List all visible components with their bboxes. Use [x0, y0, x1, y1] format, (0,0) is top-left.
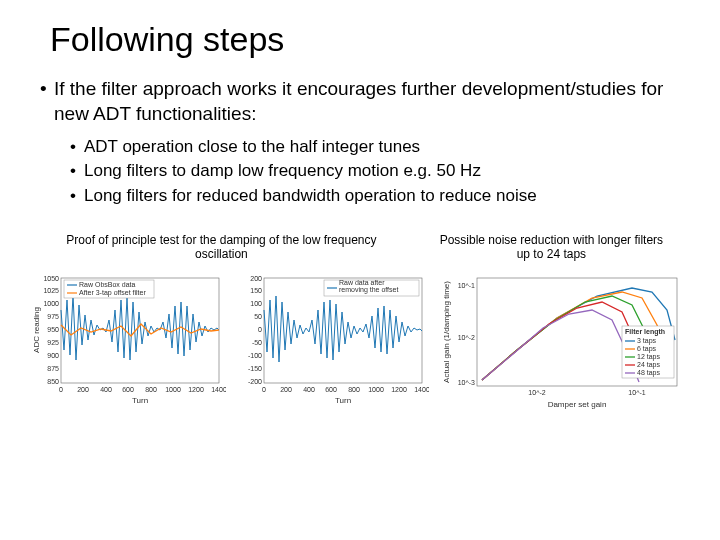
svg-text:Damper set gain: Damper set gain [548, 400, 607, 409]
series-raw [61, 295, 219, 360]
svg-text:1400: 1400 [414, 386, 429, 393]
svg-text:0: 0 [59, 386, 63, 393]
svg-text:50: 50 [254, 313, 262, 320]
svg-text:Turn: Turn [335, 396, 351, 405]
series-48taps [482, 310, 639, 382]
svg-text:975: 975 [47, 313, 59, 320]
svg-text:600: 600 [325, 386, 337, 393]
svg-text:1000: 1000 [368, 386, 384, 393]
chart-raw-vs-filtered: 850 875 900 925 950 975 1000 1025 1050 0… [30, 269, 227, 406]
caption-right: Possible noise reduction with longer fil… [413, 233, 690, 262]
slide-title: Following steps [50, 20, 690, 59]
svg-text:950: 950 [47, 326, 59, 333]
svg-text:400: 400 [303, 386, 315, 393]
svg-text:3 taps: 3 taps [637, 337, 657, 345]
svg-text:12 taps: 12 taps [637, 353, 660, 361]
svg-text:Raw ObsBox data: Raw ObsBox data [79, 281, 136, 288]
svg-text:1200: 1200 [391, 386, 407, 393]
svg-text:850: 850 [47, 378, 59, 385]
svg-text:0: 0 [258, 326, 262, 333]
svg-text:After 3-tap offset filter: After 3-tap offset filter [79, 289, 146, 297]
svg-text:6 taps: 6 taps [637, 345, 657, 353]
svg-text:1000: 1000 [165, 386, 181, 393]
sub-bullet: Long filters to damp low frequency motio… [70, 160, 690, 182]
svg-text:Filter length: Filter length [625, 328, 665, 336]
svg-text:-150: -150 [248, 365, 262, 372]
svg-text:200: 200 [280, 386, 292, 393]
svg-text:800: 800 [145, 386, 157, 393]
svg-text:100: 100 [250, 300, 262, 307]
svg-text:875: 875 [47, 365, 59, 372]
chart-offset-removed: -200 -150 -100 -50 0 50 100 150 200 0 20… [233, 269, 430, 406]
svg-text:0: 0 [262, 386, 266, 393]
caption-left: Proof of principle test for the damping … [30, 233, 413, 262]
svg-text:1000: 1000 [43, 300, 59, 307]
sub-bullet: ADT operation close to the half integer … [70, 136, 690, 158]
svg-text:400: 400 [100, 386, 112, 393]
svg-text:Turn: Turn [132, 396, 148, 405]
svg-text:-50: -50 [252, 339, 262, 346]
svg-text:1400: 1400 [211, 386, 226, 393]
svg-text:-100: -100 [248, 352, 262, 359]
chart-gain-loglog: 10^-3 10^-2 10^-1 10^-2 10^-1 Damper set… [436, 269, 688, 411]
legend-line2: removing the offset [339, 286, 398, 294]
svg-text:900: 900 [47, 352, 59, 359]
svg-text:800: 800 [348, 386, 360, 393]
legend-line1: Raw data after [339, 279, 385, 286]
svg-text:1050: 1050 [43, 275, 59, 282]
svg-text:ADC reading: ADC reading [32, 308, 41, 354]
svg-text:10^-1: 10^-1 [458, 282, 475, 289]
svg-text:10^-2: 10^-2 [528, 389, 545, 396]
svg-text:10^-2: 10^-2 [458, 334, 475, 341]
svg-text:1025: 1025 [43, 287, 59, 294]
svg-text:200: 200 [250, 275, 262, 282]
svg-text:10^-3: 10^-3 [458, 379, 475, 386]
svg-text:-200: -200 [248, 378, 262, 385]
main-bullet: If the filter approach works it encourag… [40, 77, 690, 126]
svg-text:925: 925 [47, 339, 59, 346]
svg-text:10^-1: 10^-1 [628, 389, 645, 396]
charts-row: 850 875 900 925 950 975 1000 1025 1050 0… [30, 269, 690, 411]
svg-text:150: 150 [250, 287, 262, 294]
svg-text:24 taps: 24 taps [637, 361, 660, 369]
sub-bullet: Long filters for reduced bandwidth opera… [70, 185, 690, 207]
svg-text:Actual gain (1/damping time): Actual gain (1/damping time) [442, 281, 451, 383]
svg-text:48 taps: 48 taps [637, 369, 660, 377]
svg-text:600: 600 [122, 386, 134, 393]
sub-bullet-list: ADT operation close to the half integer … [70, 136, 690, 206]
svg-text:1200: 1200 [188, 386, 204, 393]
svg-text:200: 200 [77, 386, 89, 393]
series-residual [264, 296, 422, 362]
